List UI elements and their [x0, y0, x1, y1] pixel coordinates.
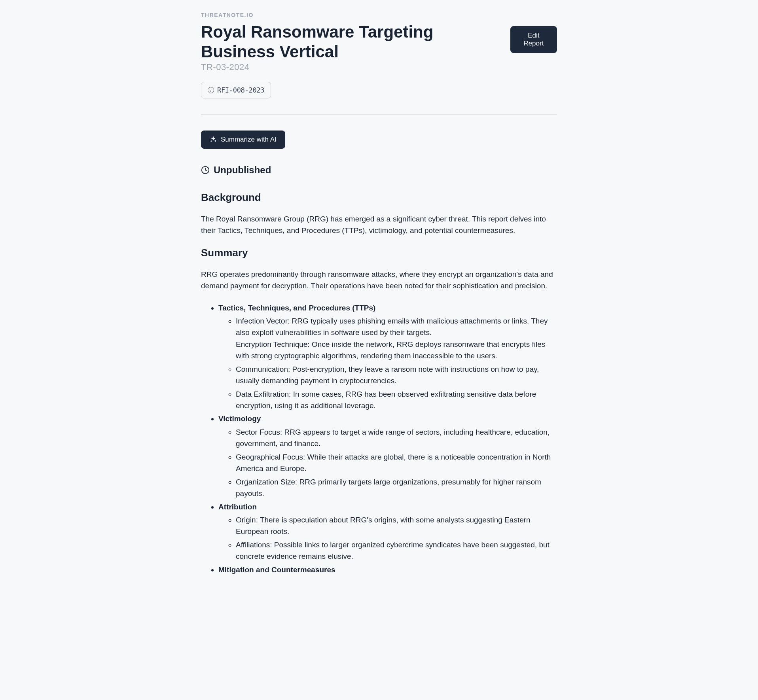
header-row: Royal Ransomware Targeting Business Vert…: [201, 22, 557, 72]
sub-item: Origin: There is speculation about RRG's…: [236, 514, 557, 537]
sub-item: Organization Size: RRG primarily targets…: [236, 476, 557, 499]
sub-item: Data Exfiltration: In some cases, RRG ha…: [236, 388, 557, 412]
sub-item: Infection Vector: RRG typically uses phi…: [236, 315, 557, 362]
sub-item: Sector Focus: RRG appears to target a wi…: [236, 426, 557, 450]
summarize-ai-button[interactable]: Summarize with AI: [201, 131, 285, 149]
background-text: The Royal Ransomware Group (RRG) has eme…: [201, 213, 557, 236]
status-row: Unpublished: [201, 165, 557, 176]
sub-list: Origin: There is speculation about RRG's…: [218, 514, 557, 562]
sub-list: Infection Vector: RRG typically uses phi…: [218, 315, 557, 412]
edit-report-button[interactable]: Edit Report: [510, 26, 557, 53]
summarize-ai-label: Summarize with AI: [221, 136, 277, 144]
list-item: Attribution Origin: There is speculation…: [218, 501, 557, 562]
brand-label: THREATNOTE.IO: [201, 12, 557, 18]
rfi-tag[interactable]: i RFI-008-2023: [201, 82, 271, 98]
summary-text: RRG operates predominantly through ranso…: [201, 269, 557, 292]
content-list: Tactics, Techniques, and Procedures (TTP…: [201, 302, 557, 576]
title-block: Royal Ransomware Targeting Business Vert…: [201, 22, 510, 72]
sub-list: Sector Focus: RRG appears to target a wi…: [218, 426, 557, 499]
list-heading-victimology: Victimology: [218, 414, 261, 423]
list-item: Mitigation and Countermeasures: [218, 564, 557, 575]
report-id: TR-03-2024: [201, 62, 510, 72]
list-heading-mitigation: Mitigation and Countermeasures: [218, 566, 335, 574]
list-item: Tactics, Techniques, and Procedures (TTP…: [218, 302, 557, 412]
divider: [201, 114, 557, 115]
list-item: Victimology Sector Focus: RRG appears to…: [218, 413, 557, 499]
status-text: Unpublished: [214, 165, 271, 176]
report-title: Royal Ransomware Targeting Business Vert…: [201, 22, 510, 62]
info-icon: i: [208, 87, 214, 93]
sub-item: Geographical Focus: While their attacks …: [236, 451, 557, 475]
rfi-tag-label: RFI-008-2023: [217, 86, 264, 94]
sparkle-icon: [210, 136, 217, 143]
list-heading-ttps: Tactics, Techniques, and Procedures (TTP…: [218, 304, 375, 312]
clock-icon: [201, 166, 210, 174]
summary-heading: Summary: [201, 247, 557, 259]
list-heading-attribution: Attribution: [218, 503, 257, 511]
background-heading: Background: [201, 191, 557, 204]
sub-item: Communication: Post-encryption, they lea…: [236, 363, 557, 387]
sub-item: Affiliations: Possible links to larger o…: [236, 539, 557, 562]
